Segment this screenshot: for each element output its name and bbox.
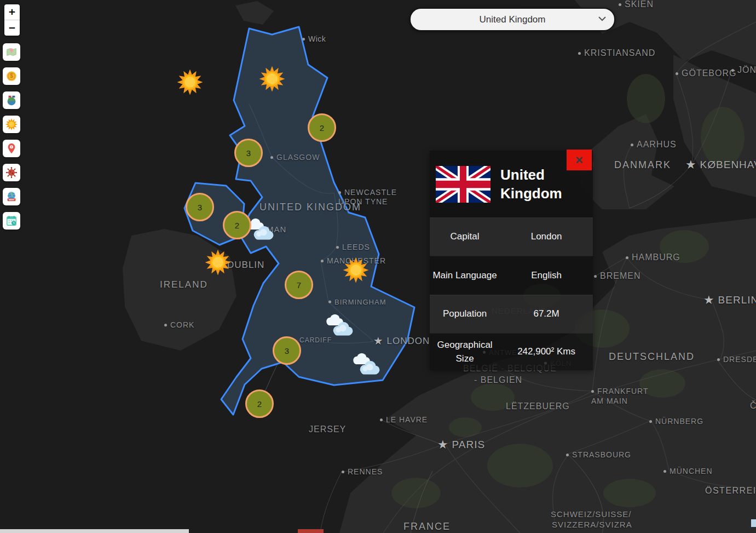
map-pin-tool-button[interactable] bbox=[3, 43, 20, 61]
map-application: WickSKIENSTAVANGERKRISTIANSANDGÖTEBORGJÖ… bbox=[0, 0, 756, 533]
zoom-out-button[interactable]: − bbox=[4, 20, 20, 36]
globe-flags-icon bbox=[5, 94, 18, 106]
cluster-marker[interactable]: 3 bbox=[234, 139, 263, 167]
uk-flag bbox=[436, 166, 490, 203]
virus-icon bbox=[5, 167, 18, 179]
cluster-marker[interactable]: 3 bbox=[273, 336, 301, 365]
country-info-panel: United Kingdom ✕ Capital London Main Lan… bbox=[430, 151, 593, 370]
map-pin-icon bbox=[5, 46, 18, 58]
chevron-down-icon bbox=[598, 16, 607, 21]
row-value: London bbox=[500, 230, 593, 244]
weather-sun-icon bbox=[5, 118, 18, 130]
weather-tool-button[interactable] bbox=[3, 116, 20, 133]
calendar-tool-button[interactable] bbox=[3, 212, 20, 230]
country-flags-tool-button[interactable] bbox=[3, 91, 20, 109]
cluster-marker[interactable]: 2 bbox=[308, 113, 336, 142]
location-pin-icon bbox=[5, 142, 18, 154]
close-panel-button[interactable]: ✕ bbox=[567, 150, 592, 170]
panel-row-population: Population 67.2M bbox=[430, 295, 593, 333]
panel-row-size: Geographical Size 242,900² Kms bbox=[430, 333, 593, 370]
red-bar-fragment bbox=[298, 529, 324, 533]
panel-header: United Kingdom ✕ bbox=[430, 151, 593, 217]
panel-title: United Kingdom bbox=[500, 165, 593, 203]
row-label: Population bbox=[430, 307, 500, 321]
covid-tool-button[interactable] bbox=[3, 164, 20, 181]
row-label: Geographical Size bbox=[430, 339, 500, 365]
cluster-marker-layer: 2332732 bbox=[0, 0, 756, 533]
calendar-clock-icon bbox=[5, 215, 18, 227]
zoom-in-button[interactable]: + bbox=[4, 4, 20, 20]
row-value: 242,900² Kms bbox=[500, 345, 593, 359]
country-select-dropdown[interactable]: United Kingdom bbox=[409, 8, 615, 31]
panel-row-language: Main Language English bbox=[430, 256, 593, 295]
svg-text:$: $ bbox=[10, 73, 13, 79]
cluster-marker[interactable]: 3 bbox=[186, 193, 214, 221]
location-tool-button[interactable] bbox=[3, 140, 20, 157]
horizontal-scrollbar[interactable] bbox=[0, 529, 189, 533]
corner-fragment bbox=[751, 519, 756, 527]
news-globe-icon: NEWS bbox=[5, 191, 18, 203]
row-value: English bbox=[500, 269, 593, 283]
zoom-control: + − bbox=[4, 4, 20, 36]
row-value: 67.2M bbox=[500, 307, 593, 321]
country-select-value: United Kingdom bbox=[480, 14, 546, 25]
cluster-marker[interactable]: 7 bbox=[285, 271, 313, 299]
row-label: Capital bbox=[430, 230, 500, 244]
row-label: Main Language bbox=[430, 269, 500, 283]
panel-row-capital: Capital London bbox=[430, 217, 593, 256]
cluster-marker[interactable]: 2 bbox=[223, 211, 251, 239]
tool-sidebar: $ bbox=[3, 43, 20, 230]
currency-coin-icon: $ bbox=[5, 70, 18, 82]
svg-text:NEWS: NEWS bbox=[9, 199, 15, 201]
news-tool-button[interactable]: NEWS bbox=[3, 188, 20, 205]
currency-tool-button[interactable]: $ bbox=[3, 67, 20, 85]
cluster-marker[interactable]: 2 bbox=[245, 389, 274, 418]
